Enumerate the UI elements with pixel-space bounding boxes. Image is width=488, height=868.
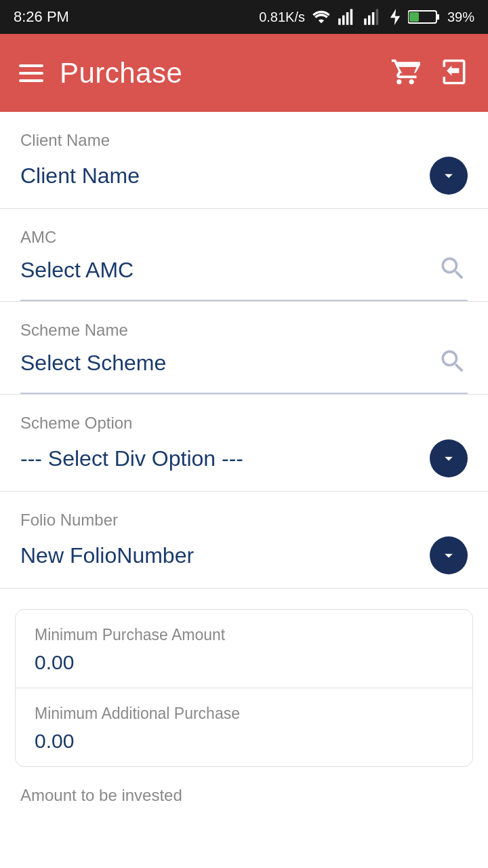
folio-number-value[interactable]: New FolioNumber — [20, 543, 194, 568]
battery-icon — [408, 9, 441, 25]
amc-value[interactable]: Select AMC — [20, 258, 134, 283]
amount-label: Amount to be invested — [0, 767, 488, 805]
svg-rect-10 — [436, 14, 439, 20]
logout-button[interactable] — [439, 57, 469, 90]
svg-rect-5 — [368, 16, 371, 25]
cart-button[interactable] — [390, 57, 420, 90]
scheme-option-label: Scheme Option — [20, 414, 468, 433]
cart-icon — [390, 57, 420, 87]
signal2-icon — [363, 9, 382, 25]
svg-rect-7 — [376, 9, 379, 24]
amc-label: AMC — [20, 228, 468, 247]
app-bar-right — [390, 57, 469, 90]
status-bar: 8:26 PM 0.81K/s 39% — [0, 0, 488, 34]
scheme-underline — [20, 393, 468, 394]
client-name-row: Client Name — [20, 157, 468, 208]
svg-rect-0 — [338, 18, 341, 24]
scheme-name-section: Scheme Name Select Scheme — [0, 302, 488, 395]
chevron-down-icon — [439, 546, 458, 565]
amc-row: Select AMC — [20, 254, 468, 300]
min-additional-row: Minimum Additional Purchase 0.00 — [16, 688, 472, 766]
menu-button[interactable] — [19, 64, 43, 82]
min-purchase-label: Minimum Purchase Amount — [35, 626, 453, 644]
svg-rect-11 — [409, 12, 419, 22]
app-bar: Purchase — [0, 34, 488, 112]
scheme-option-value[interactable]: --- Select Div Option --- — [20, 446, 243, 471]
chevron-down-icon — [439, 166, 458, 185]
client-name-label: Client Name — [20, 131, 468, 150]
svg-rect-6 — [372, 12, 375, 25]
scheme-name-label: Scheme Name — [20, 321, 468, 340]
chevron-down-icon — [439, 449, 458, 468]
svg-marker-8 — [390, 9, 400, 25]
client-name-section: Client Name Client Name — [0, 112, 488, 209]
min-purchase-row: Minimum Purchase Amount 0.00 — [16, 610, 472, 688]
charging-icon — [389, 9, 401, 25]
client-name-dropdown[interactable] — [430, 157, 468, 195]
status-indicators: 0.81K/s 39% — [259, 9, 474, 25]
main-content: Client Name Client Name AMC Select AMC S… — [0, 112, 488, 868]
app-bar-left: Purchase — [19, 57, 182, 90]
folio-number-dropdown[interactable] — [430, 536, 468, 574]
folio-number-row: New FolioNumber — [20, 536, 468, 588]
scheme-name-value[interactable]: Select Scheme — [20, 351, 166, 376]
scheme-option-section: Scheme Option --- Select Div Option --- — [0, 395, 488, 492]
battery-pct: 39% — [447, 9, 474, 25]
logout-icon — [439, 57, 469, 87]
client-name-value: Client Name — [20, 163, 140, 189]
scheme-option-row: --- Select Div Option --- — [20, 439, 468, 491]
amc-search-button[interactable] — [438, 254, 468, 286]
scheme-search-button[interactable] — [438, 347, 468, 379]
svg-rect-2 — [346, 12, 348, 25]
svg-rect-3 — [350, 9, 353, 24]
info-card: Minimum Purchase Amount 0.00 Minimum Add… — [15, 609, 473, 767]
svg-rect-4 — [364, 18, 367, 24]
min-additional-label: Minimum Additional Purchase — [35, 705, 453, 723]
page-title: Purchase — [60, 57, 182, 90]
signal-icon — [338, 9, 357, 25]
amc-underline — [20, 300, 468, 301]
network-speed: 0.81K/s — [259, 9, 305, 25]
folio-number-label: Folio Number — [20, 511, 468, 530]
time-display: 8:26 PM — [14, 8, 69, 26]
min-additional-value: 0.00 — [35, 730, 453, 753]
min-purchase-value: 0.00 — [35, 651, 453, 674]
scheme-option-dropdown[interactable] — [430, 439, 468, 477]
folio-number-section: Folio Number New FolioNumber — [0, 492, 488, 589]
search-icon — [438, 254, 468, 283]
wifi-icon — [312, 9, 331, 25]
amc-section: AMC Select AMC — [0, 209, 488, 302]
svg-rect-1 — [342, 16, 345, 25]
search-icon — [438, 347, 468, 376]
scheme-name-row: Select Scheme — [20, 347, 468, 393]
